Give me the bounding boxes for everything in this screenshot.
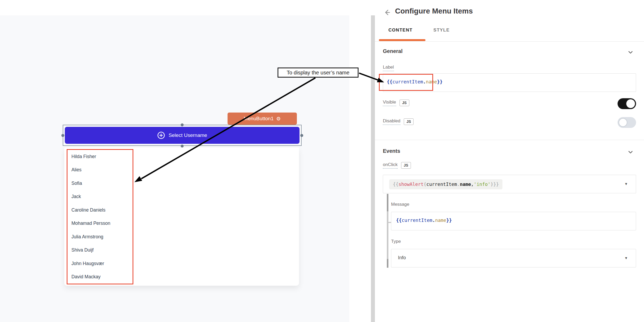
menu-item[interactable]: Julia Armstrong xyxy=(67,230,133,244)
toggle-knob xyxy=(619,118,627,127)
chevron-down-icon[interactable] xyxy=(627,49,634,56)
message-code-input[interactable]: {{currentItem.name}} xyxy=(391,212,636,230)
annotation-callout: To display the user’s name xyxy=(278,68,359,78)
menu-item[interactable]: Jack xyxy=(67,190,133,204)
menu-button-label: Select Username xyxy=(169,132,207,138)
toggle-knob xyxy=(626,99,635,108)
resize-handle-top[interactable] xyxy=(181,123,184,126)
widget-name-tag[interactable]: MenuButton1 ⚙ xyxy=(228,113,297,125)
disabled-js-toggle-badge[interactable]: JS xyxy=(404,118,414,125)
tab-style[interactable]: STYLE xyxy=(433,28,450,33)
tab-content[interactable]: CONTENT xyxy=(388,28,412,33)
onclick-property-name: onClick xyxy=(383,162,398,169)
menu-item[interactable]: Alies xyxy=(67,163,133,177)
menu-item[interactable]: Caroline Daniels xyxy=(67,203,133,217)
property-pane xyxy=(375,0,644,322)
menu-item[interactable]: Mohamad Persson xyxy=(67,217,133,230)
menu-item-list-highlight: Hilda FisherAliesSofiaJackCaroline Danie… xyxy=(67,149,133,284)
menu-item[interactable]: John Haugsvær xyxy=(67,257,133,270)
active-tab-indicator xyxy=(379,39,425,41)
app-window: MenuButton1 ⚙ Select Username Hilda Fish… xyxy=(0,0,644,322)
back-arrow-icon[interactable] xyxy=(383,8,391,16)
message-code-value: {{currentItem.name}} xyxy=(396,218,452,223)
visible-toggle[interactable] xyxy=(618,98,636,109)
label-code-value: {{currentItem.name}} xyxy=(387,79,443,84)
menu-item[interactable]: Shiva Duijf xyxy=(67,244,133,257)
menu-button-widget[interactable]: Select Username xyxy=(65,127,300,144)
label-property-name: Label xyxy=(383,65,394,71)
indent-bar-cap xyxy=(387,194,388,211)
tab-divider xyxy=(375,41,644,42)
message-property-name: Message xyxy=(391,202,409,207)
resize-handle-left[interactable] xyxy=(61,134,64,137)
onclick-js-toggle-badge[interactable]: JS xyxy=(401,162,411,169)
widget-name-label: MenuButton1 xyxy=(244,116,274,122)
resize-handle-bottom[interactable] xyxy=(181,145,184,147)
type-select-value: Info xyxy=(398,255,406,261)
panel-scrollbar[interactable] xyxy=(371,15,375,322)
plus-circle-icon xyxy=(157,131,165,139)
section-events[interactable]: Events xyxy=(383,148,400,154)
disabled-property-name: Disabled xyxy=(383,118,400,125)
dropdown-caret-icon[interactable]: ▼ xyxy=(624,182,628,186)
menu-item[interactable]: Sofia xyxy=(67,177,133,190)
onclick-action-selector[interactable]: {{showAlert(currentItem.name,'info')}} ▼ xyxy=(383,175,636,193)
resize-handle-right[interactable] xyxy=(300,134,303,137)
menu-item[interactable]: David Mackay xyxy=(67,270,133,284)
chevron-down-icon[interactable] xyxy=(627,149,634,155)
dropdown-caret-icon[interactable]: ▼ xyxy=(624,256,628,260)
indent-bar-cap xyxy=(387,259,388,268)
gear-icon[interactable]: ⚙ xyxy=(276,116,281,121)
pane-title: Configure Menu Items xyxy=(395,7,473,15)
type-property-name: Type xyxy=(391,239,401,244)
disabled-toggle[interactable] xyxy=(618,117,636,128)
section-general[interactable]: General xyxy=(383,48,402,54)
annotation-text: To display the user’s name xyxy=(287,70,349,76)
visible-js-toggle-badge[interactable]: JS xyxy=(400,100,409,106)
visible-property-name: Visible xyxy=(383,100,396,106)
section-divider xyxy=(375,140,644,140)
action-indent-bar[interactable] xyxy=(387,194,388,268)
onclick-action-chip[interactable]: {{showAlert(currentItem.name,'info')}} xyxy=(389,179,502,189)
label-code-input[interactable]: {{currentItem.name}} xyxy=(383,73,636,92)
onclick-code-value: {{showAlert(currentItem.name,'info')}} xyxy=(393,182,499,187)
type-select[interactable]: Info ▼ xyxy=(391,249,636,267)
menu-item[interactable]: Hilda Fisher xyxy=(67,150,133,163)
